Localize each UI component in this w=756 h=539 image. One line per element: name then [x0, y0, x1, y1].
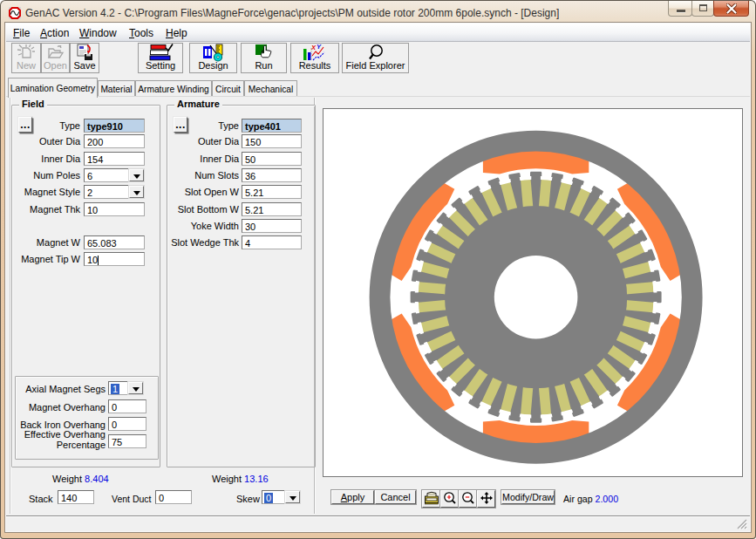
- svg-text:Y: Y: [317, 44, 322, 51]
- svg-text:X: X: [310, 44, 317, 51]
